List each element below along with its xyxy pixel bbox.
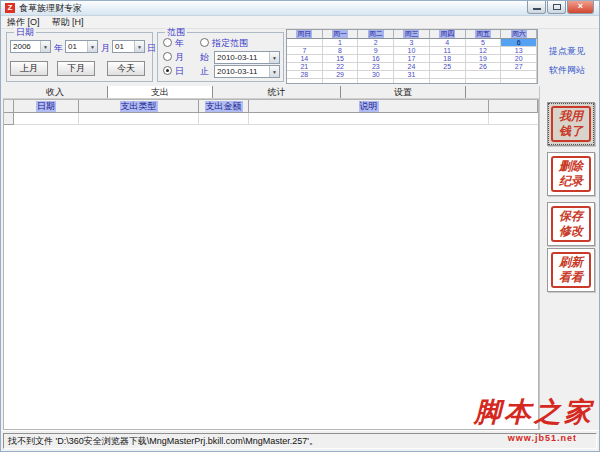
range-month-radio[interactable] (163, 52, 172, 61)
title-bar: Z 食草族理财专家 (1, 1, 599, 16)
menu-help[interactable]: 帮助 [H] (46, 16, 90, 29)
calendar-day[interactable]: 31 (394, 71, 430, 79)
seal-text: 删除 (559, 160, 583, 173)
cell-filler (489, 113, 538, 125)
prev-month-button[interactable]: 上月 (10, 61, 48, 76)
tab-filler (466, 86, 539, 98)
seal-text: 看看 (559, 271, 583, 284)
minimize-icon (533, 8, 541, 10)
cell-description (249, 113, 489, 125)
watermark-text: 脚本之家 (474, 394, 594, 430)
year-unit-label: 年 (54, 42, 63, 55)
chevron-down-icon[interactable]: ▼ (134, 41, 144, 52)
delete-record-button[interactable]: 删除 纪录 (547, 152, 595, 196)
chevron-down-icon[interactable]: ▼ (40, 41, 50, 52)
today-button[interactable]: 今天 (107, 61, 145, 76)
column-header-type: 支出类型 (79, 100, 199, 113)
tab-expense[interactable]: 支出 (108, 86, 213, 98)
column-header-amount: 支出金额 (199, 100, 249, 113)
month-unit-label: 月 (101, 42, 110, 55)
cell-date (14, 113, 79, 125)
window-controls: × (526, 1, 594, 14)
range-year-label: 年 (175, 37, 184, 50)
seal-frame: 刷新 看看 (551, 252, 591, 288)
calendar-day (430, 79, 466, 84)
start-date-select[interactable]: 2010-03-11 ▼ (214, 51, 280, 64)
seal-text: 纪录 (559, 175, 583, 188)
calendar-day (323, 79, 359, 84)
end-date-select[interactable]: 2010-03-11 ▼ (214, 65, 280, 78)
expense-table: 日期 支出类型 支出金额 说明 (3, 99, 539, 430)
tab-statistics[interactable]: 统计 (213, 86, 341, 98)
column-header-filler (489, 100, 538, 113)
save-changes-button[interactable]: 保存 修改 (547, 202, 595, 246)
seal-frame: 保存 修改 (551, 206, 591, 242)
start-label: 始 (200, 51, 209, 64)
calendar-day[interactable]: 29 (323, 71, 359, 79)
seal-text: 钱了 (559, 125, 583, 138)
start-date-value: 2010-03-11 (217, 53, 257, 62)
calendar-day[interactable] (501, 71, 537, 79)
app-logo-icon: Z (5, 3, 15, 13)
calendar-day[interactable] (466, 71, 502, 79)
table-row[interactable] (4, 113, 538, 125)
spend-money-button[interactable]: 我用 钱了 (547, 102, 595, 146)
window-title: 食草族理财专家 (19, 2, 82, 15)
close-icon: × (578, 1, 583, 11)
seal-text: 刷新 (559, 256, 583, 269)
calendar-day[interactable]: 28 (287, 71, 323, 79)
table-header-row: 日期 支出类型 支出金额 说明 (4, 100, 538, 113)
calendar-day[interactable] (430, 71, 466, 79)
seal-text: 我用 (559, 110, 583, 123)
column-header-description: 说明 (249, 100, 489, 113)
chevron-down-icon[interactable]: ▼ (269, 66, 279, 77)
watermark-url: www.jb51.net (508, 433, 577, 443)
month-select[interactable]: 01 ▼ (65, 40, 98, 53)
calendar-day (466, 79, 502, 84)
range-custom-label: 指定范围 (212, 37, 248, 50)
row-selector-cell[interactable] (4, 113, 14, 125)
range-day-radio[interactable] (163, 66, 172, 75)
tab-settings[interactable]: 设置 (341, 86, 466, 98)
calendar-day (358, 79, 394, 84)
end-label: 止 (200, 65, 209, 78)
feedback-link[interactable]: 提点意见 (549, 45, 585, 58)
range-day-label: 日 (175, 65, 184, 78)
day-select[interactable]: 01 ▼ (112, 40, 145, 53)
website-link[interactable]: 软件网站 (549, 64, 585, 77)
seal-text: 修改 (559, 225, 583, 238)
chevron-down-icon[interactable]: ▼ (269, 52, 279, 63)
calendar-header-sun: 周日 (287, 30, 323, 39)
year-value: 2006 (13, 42, 31, 51)
tab-strip: 收入 支出 统计 设置 (3, 86, 539, 99)
cell-type (79, 113, 199, 125)
next-month-button[interactable]: 下月 (57, 61, 95, 76)
day-unit-label: 日 (147, 42, 156, 55)
month-value: 01 (68, 42, 77, 51)
calendar-day[interactable]: 27 (501, 63, 537, 71)
year-select[interactable]: 2006 ▼ (10, 40, 51, 53)
calendar-day (394, 79, 430, 84)
chevron-down-icon[interactable]: ▼ (87, 41, 97, 52)
tab-income[interactable]: 收入 (3, 86, 108, 98)
calendar-day[interactable]: 25 (430, 63, 466, 71)
seal-text: 保存 (559, 210, 583, 223)
date-groupbox: 日期 2006 ▼ 年 01 ▼ 月 01 ▼ 日 上月 下月 今天 (6, 32, 153, 82)
action-panel: 我用 钱了 删除 纪录 保存 修改 刷新 看看 (539, 86, 599, 430)
calendar-day[interactable]: 30 (358, 71, 394, 79)
range-groupbox: 范围 年 指定范围 月 始 2010-03-11 ▼ 日 止 2010-03-1… (157, 32, 284, 82)
range-custom-radio[interactable] (200, 38, 209, 47)
menu-bar: 操作 [O] 帮助 [H] (1, 16, 599, 29)
minimize-button[interactable] (527, 1, 546, 14)
calendar-day (501, 79, 537, 84)
cell-amount (199, 113, 249, 125)
close-button[interactable]: × (567, 1, 594, 14)
maximize-icon (553, 4, 561, 10)
range-year-radio[interactable] (163, 38, 172, 47)
refresh-view-button[interactable]: 刷新 看看 (547, 248, 595, 292)
app-window: Z 食草族理财专家 × 操作 [O] 帮助 [H] 日期 2006 ▼ 年 01… (0, 0, 600, 452)
column-header-date: 日期 (14, 100, 79, 113)
seal-frame: 删除 纪录 (551, 156, 591, 192)
maximize-button[interactable] (547, 1, 566, 14)
calendar-day[interactable]: 26 (466, 63, 502, 71)
